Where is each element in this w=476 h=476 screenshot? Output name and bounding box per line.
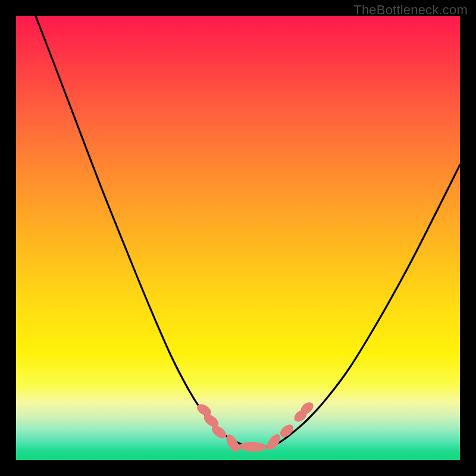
chart-svg [16, 16, 460, 460]
chart-frame [16, 16, 460, 460]
bottleneck-curve [36, 16, 460, 447]
curve-marker [239, 441, 268, 452]
watermark-text: TheBottleneck.com [353, 2, 468, 18]
curve-markers [195, 400, 316, 454]
